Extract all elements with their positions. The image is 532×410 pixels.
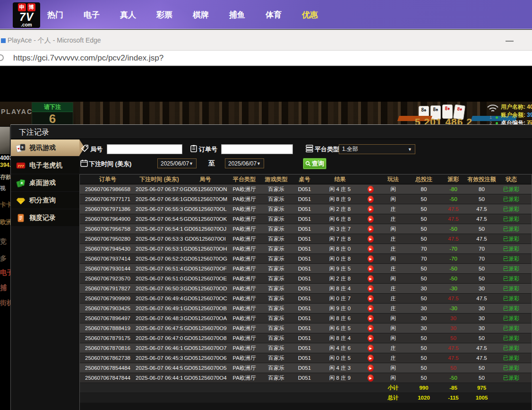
table-cell: D051: [292, 246, 317, 252]
bet-time-label: 下注时间 (美东): [89, 160, 131, 168]
play-result-button[interactable]: ▶: [368, 216, 374, 223]
table-cell: 250607067854484: [80, 365, 136, 371]
table-cell: PA欧洲厅: [228, 196, 261, 203]
table-row: 2506070678627382025-06-07 06:45:36GD0512…: [80, 353, 532, 363]
date-from-select[interactable]: 2025/06/07▼: [157, 158, 197, 168]
table-cell: 50: [466, 375, 497, 381]
nav-item-slots[interactable]: 电子: [84, 9, 100, 20]
table-cell: 百家乐: [261, 255, 292, 262]
table-cell: 已派彩: [497, 375, 525, 382]
url-text[interactable]: https://gci.7vvvvvv.com/pc/pcv2/index.js…: [13, 53, 438, 63]
table-cell: 百家乐: [261, 226, 292, 233]
nav-item-hot[interactable]: 热门: [47, 9, 63, 20]
frag-deposit: 存款: [0, 173, 11, 181]
play-result-button[interactable]: ▶: [368, 295, 374, 302]
table-cell: PA欧洲厅: [228, 325, 261, 332]
table-cell: ▶: [362, 275, 379, 282]
site-logo[interactable]: 申 博 7V .com: [13, 2, 40, 28]
sidebar-item-credit-records[interactable]: 额度记录: [11, 209, 79, 226]
play-result-button[interactable]: ▶: [368, 255, 374, 262]
table-cell: ▶: [362, 365, 379, 372]
play-result-button[interactable]: ▶: [368, 375, 374, 382]
bet-records-table: 订单号下注时间 (美东)局号平台类型游戏类型桌号结果玩法总投注派彩有效投注额状态…: [79, 174, 532, 410]
nav-item-promo[interactable]: 优惠: [302, 9, 318, 20]
table-cell: 百家乐: [261, 305, 292, 312]
order-number-input[interactable]: [221, 144, 293, 154]
table-cell: 2025-06-07 06:53:10: [136, 246, 183, 252]
table-cell: 50: [466, 226, 497, 232]
table-cell: GD051256070OA: [183, 315, 228, 321]
table-cell: 50: [407, 365, 440, 371]
nav-item-lottery[interactable]: 彩票: [156, 9, 172, 20]
table-cell: 250607067950280: [80, 236, 136, 242]
table-cell: 闲: [379, 226, 407, 233]
play-result-button[interactable]: ▶: [368, 365, 374, 372]
table-cell: -115: [440, 395, 466, 401]
play-result-button[interactable]: ▶: [368, 265, 374, 272]
sidebar-item-label: 桌面游戏: [29, 179, 56, 187]
table-cell: 250607067888419: [80, 325, 136, 331]
table-cell: 闲 0 庄 8: [317, 255, 362, 262]
table-cell: 闲 9 庄 0: [317, 305, 362, 312]
play-result-button[interactable]: ▶: [368, 325, 374, 332]
table-cell: GD051256070OF: [183, 266, 228, 271]
play-result-button[interactable]: ▶: [368, 285, 374, 292]
sidebar-item-points[interactable]: 积分查询: [11, 192, 79, 209]
table-cell: GD051256070OE: [183, 276, 228, 281]
column-header: 下注时间 (美东): [136, 175, 183, 183]
table-cell: ▶: [362, 216, 379, 223]
round-number-input[interactable]: [107, 144, 182, 154]
nav-item-sports[interactable]: 体育: [266, 9, 282, 20]
table-cell: 50: [407, 335, 440, 341]
table-cell: 47.5: [440, 345, 466, 351]
document-icon: [16, 213, 26, 223]
sidebar-item-slots[interactable]: 777 电子老虎机: [11, 157, 79, 174]
table-cell: PA欧洲厅: [228, 315, 261, 322]
table-cell: -50: [440, 196, 466, 202]
table-cell: 30: [407, 315, 440, 321]
play-result-button[interactable]: ▶: [368, 206, 374, 213]
table-cell: -30: [440, 286, 466, 291]
table-cell: PA欧洲厅: [228, 285, 261, 292]
play-result-button[interactable]: ▶: [368, 315, 374, 322]
date-to-select[interactable]: 2025/06/07▼: [225, 158, 264, 168]
play-result-button[interactable]: ▶: [368, 305, 374, 312]
table-cell: D051: [292, 276, 317, 281]
table-cell: D051: [292, 216, 317, 222]
table-row: 2506070679235702025-06-07 06:51:08GD0512…: [80, 274, 532, 284]
table-cell: 闲: [379, 196, 407, 203]
play-result-button[interactable]: ▶: [368, 345, 374, 352]
play-result-button[interactable]: ▶: [368, 186, 374, 193]
table-cell: 闲 4 庄 5: [317, 186, 362, 193]
table-cell: 50: [440, 335, 466, 341]
table-cell: 70: [466, 246, 497, 252]
column-header: 状态: [497, 175, 525, 183]
table-cell: PA欧洲厅: [228, 186, 261, 193]
table-cell: GD051256070O6: [183, 355, 228, 361]
table-cell: PA欧洲厅: [228, 255, 261, 262]
table-cell: D051: [292, 365, 317, 371]
play-result-button[interactable]: ▶: [368, 335, 374, 342]
search-button[interactable]: 查询: [303, 158, 326, 169]
sidebar-item-video-games[interactable]: ♥ 9 视讯游戏: [11, 140, 79, 156]
table-cell: 百家乐: [261, 295, 292, 302]
play-result-button[interactable]: ▶: [368, 226, 374, 233]
sidebar-item-table-games[interactable]: ♣ 桌面游戏: [11, 174, 79, 191]
nav-item-fishing[interactable]: 捕鱼: [229, 9, 245, 20]
play-result-button[interactable]: ▶: [368, 196, 374, 203]
play-result-button[interactable]: ▶: [368, 355, 374, 362]
frag-jing: 竞: [0, 237, 7, 246]
nav-item-live[interactable]: 真人: [120, 9, 136, 20]
nav-item-cards[interactable]: 棋牌: [193, 9, 209, 20]
table-cell: 2025-06-07 06:46:19: [136, 345, 183, 351]
table-cell: D051: [292, 335, 317, 341]
play-result-button[interactable]: ▶: [368, 245, 374, 253]
table-cell: 30: [466, 305, 497, 311]
table-row: 2506070678884192025-06-07 06:47:51GD0512…: [80, 323, 532, 333]
table-row: 2506070679649002025-06-07 06:54:59GD0512…: [80, 214, 532, 224]
bet-records-modal: 下注记录 ♥ 9 视讯游戏 777 电子老虎机: [10, 124, 532, 410]
platform-type-select[interactable]: 1.全部▼: [339, 144, 415, 154]
play-result-button[interactable]: ▶: [368, 236, 374, 243]
minimize-button[interactable]: [506, 41, 514, 42]
play-result-button[interactable]: ▶: [368, 275, 374, 282]
